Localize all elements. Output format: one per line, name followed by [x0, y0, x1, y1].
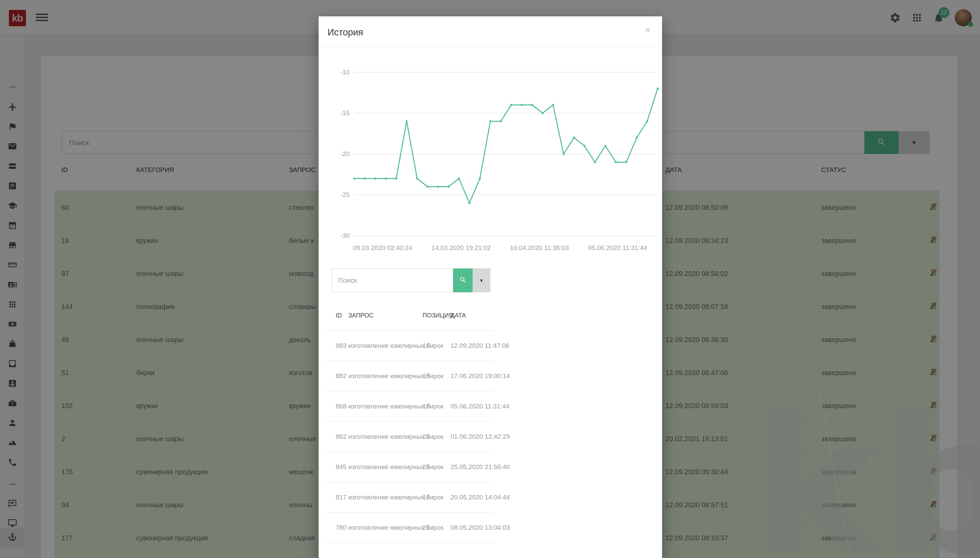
data-point — [594, 161, 596, 163]
search-icon — [459, 276, 467, 285]
data-point — [636, 136, 638, 139]
history-date: 25.05.2020 21:56:40 — [450, 463, 510, 471]
history-position: 18 — [422, 403, 430, 410]
modal-search-input[interactable] — [332, 268, 453, 292]
history-position: 16 — [422, 373, 430, 380]
data-point — [364, 177, 366, 179]
close-icon[interactable]: × — [642, 25, 653, 35]
history-row: 817изготовление ювелирных бирок1920.05.2… — [326, 483, 493, 513]
y-axis-tick: -20 — [340, 150, 350, 158]
y-axis-tick: -15 — [340, 109, 350, 117]
history-date: 01.06.2020 12:42:29 — [450, 433, 510, 440]
data-point — [521, 104, 523, 106]
modal-search-bar: ▼ — [332, 268, 490, 292]
history-id: 868 — [336, 403, 346, 410]
data-point — [416, 177, 418, 179]
history-position: 21 — [422, 463, 430, 471]
data-point — [405, 120, 407, 122]
data-point — [552, 104, 554, 106]
history-id: 817 — [336, 494, 346, 501]
modal-table-header: ID ЗАПРОС ПОЗИЦИЯ ДАТА — [326, 306, 493, 330]
data-point — [657, 87, 659, 90]
history-date: 12.09.2020 11:47:06 — [450, 342, 509, 350]
modal-title: История — [327, 27, 363, 38]
data-point — [625, 161, 627, 163]
history-id: 780 — [336, 524, 346, 532]
history-date: 20.05.2020 14:04:44 — [450, 494, 510, 501]
y-axis-tick: -10 — [340, 69, 350, 75]
x-axis-tick: 09.03.2020 02:40:24 — [353, 244, 413, 251]
history-id: 882 — [336, 373, 346, 380]
history-id: 862 — [336, 433, 346, 440]
x-axis-tick: 05.06.2020 11:31:44 — [588, 244, 647, 251]
data-point — [353, 177, 355, 179]
data-point — [583, 145, 585, 147]
history-id: 983 — [336, 342, 346, 350]
data-point — [542, 112, 543, 114]
modal-search-options-dropdown[interactable]: ▼ — [473, 268, 490, 292]
modal-header: История × — [318, 16, 662, 48]
data-point — [395, 177, 397, 179]
history-date: 08.05.2020 13:04:03 — [450, 524, 510, 532]
data-point — [447, 185, 450, 188]
history-position: 21 — [422, 524, 430, 532]
data-point — [427, 185, 428, 188]
history-row: 882изготовление ювелирных бирок1617.06.2… — [326, 361, 493, 391]
data-point — [489, 120, 491, 122]
history-row: 862изготовление ювелирных бирок2101.06.2… — [326, 422, 493, 452]
data-point — [385, 177, 387, 179]
data-point — [374, 177, 376, 179]
history-date: 05.06.2020 11:31:44 — [450, 403, 509, 410]
data-point — [500, 120, 502, 122]
history-id: 845 — [336, 463, 346, 471]
data-point — [615, 161, 617, 163]
x-axis-tick: 14.03.2020 19:21:02 — [432, 244, 491, 251]
data-point — [468, 202, 471, 204]
history-position: 12 — [422, 342, 430, 350]
data-point — [573, 136, 575, 139]
modal-search-button[interactable] — [453, 268, 473, 292]
data-point — [604, 145, 607, 147]
history-row: 983изготовление ювелирных бирок1212.09.2… — [326, 331, 493, 361]
position-line-series — [355, 89, 658, 203]
x-axis-tick: 10.04.2020 11:36:03 — [510, 244, 569, 251]
data-point — [510, 104, 512, 106]
history-row: 780изготовление ювелирных бирок2108.05.2… — [326, 513, 493, 543]
position-history-chart: -10-15-20-25-3009.03.2020 02:40:2414.03.… — [318, 51, 662, 255]
data-point — [531, 104, 533, 106]
history-row: 868изготовление ювелирных бирок1805.06.2… — [326, 391, 493, 422]
y-axis-tick: -25 — [340, 191, 350, 198]
history-modal: История × -10-15-20-25-3009.03.2020 02:4… — [318, 16, 662, 558]
y-axis-tick: -30 — [340, 232, 350, 239]
modal-history-table: ID ЗАПРОС ПОЗИЦИЯ ДАТА 983изготовление ю… — [326, 306, 493, 543]
data-point — [646, 120, 648, 122]
data-point — [563, 153, 565, 155]
data-point — [479, 177, 481, 179]
history-position: 19 — [422, 494, 430, 501]
data-point — [458, 177, 460, 179]
history-row: 845изготовление ювелирных бирок2125.05.2… — [326, 452, 493, 483]
history-position: 21 — [422, 433, 430, 440]
history-date: 17.06.2020 19:00:14 — [450, 373, 510, 380]
data-point — [437, 185, 439, 188]
